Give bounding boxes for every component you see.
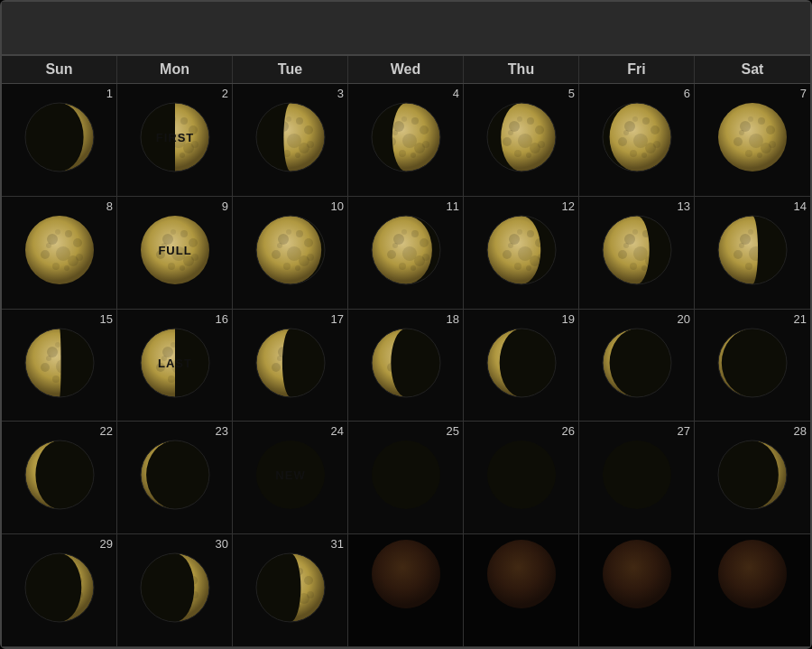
cell-date-number: 20 (678, 313, 690, 325)
svg-point-84 (630, 150, 637, 157)
day-cell-25[interactable]: 25 (348, 422, 464, 534)
svg-point-416 (487, 540, 556, 608)
day-cell-6[interactable]: 6 (579, 84, 695, 197)
moon-phase-icon (485, 101, 558, 173)
day-cell-22[interactable]: 22 (2, 422, 117, 534)
moon-phase-container (485, 327, 558, 403)
cell-date-number: 14 (794, 200, 807, 212)
svg-point-69 (514, 150, 521, 157)
cell-date-number: 17 (331, 313, 344, 325)
moon-phase-icon (485, 439, 558, 511)
day-cell-18[interactable]: 18 (348, 310, 464, 422)
moon-phase-container (716, 439, 789, 515)
day-cell-27[interactable]: 27 (579, 422, 695, 534)
moon-phase-icon: FIRST (139, 101, 211, 173)
moon-phase-container: LAST (139, 327, 211, 403)
svg-point-154 (399, 263, 406, 270)
day-cell-31[interactable]: 31 (233, 534, 348, 647)
moon-phase-container (139, 552, 211, 627)
moon-phase-icon (139, 439, 211, 511)
day-cell-8[interactable]: 8 (2, 197, 117, 310)
day-cell-3[interactable]: 3 (233, 84, 348, 197)
moon-phase-icon (601, 538, 673, 610)
svg-text:FULL: FULL (158, 244, 191, 257)
day-header-sun: Sun (2, 56, 117, 83)
day-cell-15[interactable]: 15 (2, 310, 117, 422)
day-cell-12[interactable]: 12 (464, 197, 579, 310)
moon-phase-container (254, 101, 327, 177)
svg-point-54 (399, 150, 406, 157)
cell-date-number: 18 (447, 313, 459, 325)
day-cell-2[interactable]: 2 FIRST (117, 84, 233, 197)
svg-point-184 (630, 263, 637, 270)
svg-point-188 (632, 229, 638, 235)
svg-point-99 (766, 125, 775, 134)
svg-point-197 (734, 250, 743, 259)
svg-point-72 (526, 153, 531, 158)
moon-phase-icon (485, 538, 558, 610)
day-cell-14[interactable]: 14 (695, 197, 810, 310)
day-header-wed: Wed (348, 56, 464, 83)
svg-point-44 (307, 141, 314, 148)
day-cell-4[interactable]: 4 (348, 84, 464, 197)
cell-date-number: 11 (447, 200, 459, 212)
cell-date-number: 1 (106, 88, 113, 99)
svg-point-140 (304, 238, 313, 247)
moon-phase-container (23, 214, 96, 290)
moon-phase-container (23, 327, 96, 403)
day-cell-9[interactable]: 9 FULL (117, 197, 233, 310)
cell-date-number: 29 (100, 538, 113, 550)
svg-point-165 (527, 230, 534, 237)
svg-point-201 (739, 243, 744, 248)
svg-point-150 (411, 230, 419, 237)
day-headers: Sun Mon Tue Wed Thu Fri Sat (2, 56, 810, 84)
svg-point-422 (718, 540, 787, 608)
day-cell-20[interactable]: 20 (579, 310, 695, 422)
svg-point-405 (304, 576, 313, 585)
day-cell-5[interactable]: 5 (464, 84, 579, 197)
day-cell-13[interactable]: 13 (579, 197, 695, 310)
day-cell-16[interactable]: 16 LAST (117, 310, 233, 422)
day-cell-30[interactable]: 30 (117, 534, 233, 647)
calendar-container: Sun Mon Tue Wed Thu Fri Sat 1 2 FIR (0, 0, 812, 649)
moon-phase-icon (370, 327, 442, 399)
svg-point-171 (508, 243, 513, 248)
moon-phase-icon (254, 101, 327, 173)
day-cell-17[interactable]: 17 (233, 310, 348, 422)
day-header-thu: Thu (464, 56, 579, 83)
day-cell-28[interactable]: 28 (695, 422, 810, 534)
moon-phase-icon (716, 101, 789, 173)
moon-phase-container (716, 327, 789, 403)
svg-point-218 (55, 342, 60, 348)
svg-point-169 (514, 263, 521, 270)
day-cell-11[interactable]: 11 (348, 197, 464, 310)
svg-point-120 (180, 230, 188, 237)
svg-point-107 (65, 230, 72, 237)
svg-point-115 (55, 229, 60, 235)
cell-date-number: 5 (568, 88, 575, 99)
svg-point-35 (296, 117, 303, 125)
cell-date-number: 22 (100, 425, 113, 437)
svg-point-88 (632, 116, 638, 122)
day-cell-1[interactable]: 1 (2, 84, 117, 197)
day-cell-23[interactable]: 23 (117, 422, 233, 534)
svg-point-187 (641, 265, 647, 271)
svg-point-155 (420, 238, 429, 247)
day-cell-21[interactable]: 21 (695, 310, 810, 422)
day-cell-26[interactable]: 26 (464, 422, 579, 534)
day-cell-29[interactable]: 29 (2, 534, 117, 647)
cell-date-number: 15 (100, 313, 113, 325)
svg-point-158 (401, 229, 407, 235)
svg-point-26 (180, 153, 185, 158)
svg-point-172 (526, 265, 531, 271)
day-cell-10[interactable]: 10 (233, 197, 348, 310)
day-header-mon: Mon (117, 56, 233, 83)
svg-point-114 (64, 265, 69, 271)
svg-point-70 (535, 125, 544, 134)
day-cell-24[interactable]: 24 NEW (233, 422, 348, 534)
svg-point-19 (180, 117, 188, 125)
svg-point-113 (46, 243, 51, 248)
day-cell-19[interactable]: 19 (464, 310, 579, 422)
cell-date-number: 26 (562, 425, 575, 437)
day-cell-7[interactable]: 7 (695, 84, 810, 197)
